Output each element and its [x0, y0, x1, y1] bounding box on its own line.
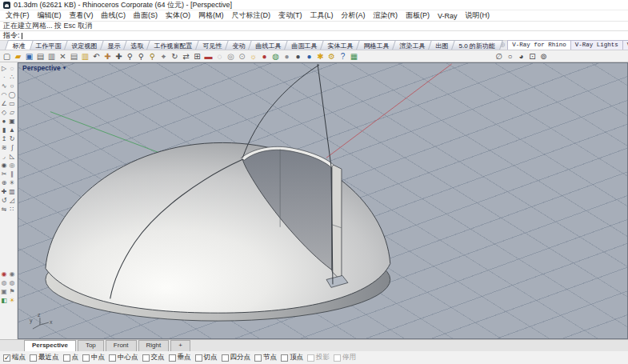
menu-item[interactable]: 查看(V) — [66, 10, 98, 21]
osnap-item[interactable]: 中心点 — [109, 353, 138, 362]
sun-icon[interactable]: ☀ — [8, 296, 16, 305]
boolean-difference-tool-icon[interactable]: ◎ — [8, 161, 16, 170]
osnap-item[interactable]: 端点 — [3, 353, 26, 362]
osnap-label[interactable]: 顶点 — [290, 353, 303, 362]
move-tool-icon[interactable]: ✚ — [0, 187, 8, 196]
osnap-item[interactable]: 点 — [63, 353, 79, 362]
render-sphere-gray-icon[interactable]: ● — [282, 51, 292, 62]
unlock-object-icon[interactable]: ⊙ — [237, 51, 247, 62]
osnap-label[interactable]: 投影 — [316, 353, 330, 362]
viewport-menu-arrow-icon[interactable]: ▾ — [63, 65, 66, 71]
osnap-label[interactable]: 端点 — [12, 353, 26, 362]
toolbar-tab[interactable]: 工作视窗配置 — [146, 40, 201, 50]
revolve-tool-icon[interactable]: ↻ — [8, 134, 16, 143]
curve-tool-icon[interactable]: ∿ — [0, 82, 8, 90]
copy-icon[interactable]: ▤ — [69, 51, 79, 62]
vray-material-icon[interactable]: ○ — [505, 51, 515, 62]
pan-hand-icon[interactable]: ✚ — [102, 51, 113, 62]
osnap-item[interactable]: 最近点 — [30, 353, 59, 362]
split-tool-icon[interactable]: ∥ — [8, 170, 16, 178]
tools-icon[interactable]: ✱ — [315, 51, 326, 62]
viewport-tab[interactable]: Right — [138, 340, 170, 351]
vray-tab[interactable]: V-Ray Objects — [622, 40, 628, 50]
viewport-tab[interactable]: + — [170, 340, 190, 351]
osnap-checkbox[interactable] — [3, 354, 10, 362]
zoom-selected-icon[interactable]: ⚲ — [147, 51, 158, 62]
vray-objects-icon[interactable]: ⊚ — [538, 51, 549, 62]
box-tool-icon[interactable]: ▣ — [8, 117, 16, 126]
render-region-icon[interactable]: ◧ — [0, 296, 8, 305]
menu-item[interactable]: 分析(A) — [338, 10, 370, 21]
array-tool-icon[interactable]: ∷ — [8, 205, 16, 214]
spotlight-red-icon[interactable]: ◉ — [0, 270, 8, 278]
move-icon[interactable]: ✚ — [114, 51, 124, 62]
spotlight-icon[interactable]: ◉ — [8, 270, 16, 278]
osnap-label[interactable]: 中心点 — [118, 353, 138, 362]
loft-tool-icon[interactable]: ≋ — [0, 143, 8, 152]
circle-tool-icon[interactable]: ○ — [8, 82, 16, 90]
toolbar-tab[interactable]: 设定视图 — [64, 40, 106, 50]
toolbar-tab[interactable]: 曲面工具 — [284, 40, 326, 50]
osnap-item[interactable]: 停用 — [334, 353, 356, 362]
viewport-tab[interactable]: Front — [106, 340, 137, 351]
viewport-tab[interactable]: Perspective — [24, 340, 76, 351]
chamfer-tool-icon[interactable]: ◺ — [8, 152, 16, 161]
menu-item[interactable]: 尺寸标注(D) — [228, 10, 275, 21]
viewport-title[interactable]: Perspective ▾ — [22, 64, 66, 72]
vray-tab[interactable]: V-Ray for Rhino — [507, 40, 571, 50]
menu-item[interactable]: 面板(P) — [402, 10, 434, 21]
grass-render-icon[interactable]: ▦ — [349, 51, 359, 62]
osnap-checkbox[interactable] — [82, 354, 90, 362]
paste-icon[interactable]: ▥ — [80, 51, 90, 62]
toolbar-tab[interactable]: 标准 — [5, 40, 34, 50]
osnap-label[interactable]: 停用 — [342, 353, 356, 362]
vray-dot-square-icon[interactable]: ⊡ — [527, 51, 538, 62]
grid-toggle-icon[interactable]: ⊞ — [192, 51, 202, 62]
osnap-label[interactable]: 节点 — [263, 353, 277, 362]
zoom-dynamic-icon[interactable]: ⚲ — [125, 51, 135, 62]
zoom-window-icon[interactable]: ⚲ — [136, 51, 146, 62]
osnap-item[interactable]: 中点 — [82, 353, 105, 362]
osnap-item[interactable]: 节点 — [254, 353, 277, 362]
osnap-checkbox[interactable] — [195, 354, 202, 362]
menu-item[interactable]: 曲面(S) — [130, 10, 162, 21]
osnap-item[interactable]: 投影 — [307, 353, 330, 362]
vray-tab[interactable]: V-Ray Lights — [570, 40, 623, 50]
plane-tool-icon[interactable]: ▱ — [8, 108, 16, 117]
osnap-label[interactable]: 中点 — [91, 353, 105, 362]
toolbar-tab[interactable]: 5.0 的新功能 — [451, 40, 503, 50]
undo-icon[interactable]: ↶ — [91, 51, 102, 62]
point-light-icon[interactable]: ◍ — [8, 278, 16, 287]
camera-icon[interactable]: ▣ — [0, 287, 8, 296]
copy-tool-icon[interactable]: ▥ — [8, 187, 16, 196]
render-sphere-dark-icon[interactable]: ● — [293, 51, 303, 62]
osnap-item[interactable]: 四分点 — [222, 353, 251, 362]
eraser-icon[interactable]: ▬ — [203, 51, 214, 62]
arc-tool-icon[interactable]: ◠ — [0, 90, 8, 99]
osnap-item[interactable]: 交点 — [142, 353, 165, 362]
help-icon[interactable]: ? — [338, 51, 348, 62]
osnap-checkbox[interactable] — [281, 354, 288, 362]
join-tool-icon[interactable]: ⊕ — [0, 178, 8, 187]
osnap-label[interactable]: 垂点 — [178, 353, 191, 362]
menu-item[interactable]: 工具(L) — [306, 10, 338, 21]
vray-logo-icon[interactable]: ∅ — [494, 51, 504, 62]
osnap-label[interactable]: 点 — [72, 353, 79, 362]
lasso-tool-icon[interactable]: ◌ — [8, 64, 16, 73]
save-file-icon[interactable]: ▣ — [24, 51, 34, 62]
menu-item[interactable]: 说明(H) — [462, 10, 494, 21]
select-tool-icon[interactable]: ▷ — [0, 64, 8, 73]
osnap-checkbox[interactable] — [63, 354, 70, 362]
boolean-union-tool-icon[interactable]: ◉ — [0, 161, 8, 170]
osnap-checkbox[interactable] — [307, 354, 314, 362]
rotate-view-icon[interactable]: ↻ — [170, 51, 180, 62]
menu-item[interactable]: 编辑(E) — [34, 10, 66, 21]
vray-sphere-icon[interactable]: ◕ — [516, 51, 526, 62]
menu-item[interactable]: 渲染(R) — [370, 10, 402, 21]
lamp-icon[interactable]: ◍ — [0, 278, 8, 287]
rectangle-tool-icon[interactable]: ▭ — [8, 99, 16, 108]
explode-tool-icon[interactable]: ✳ — [8, 178, 16, 187]
osnap-checkbox[interactable] — [334, 354, 341, 362]
material-ball-icon[interactable]: ● — [259, 51, 270, 62]
osnap-label[interactable]: 四分点 — [230, 353, 251, 362]
